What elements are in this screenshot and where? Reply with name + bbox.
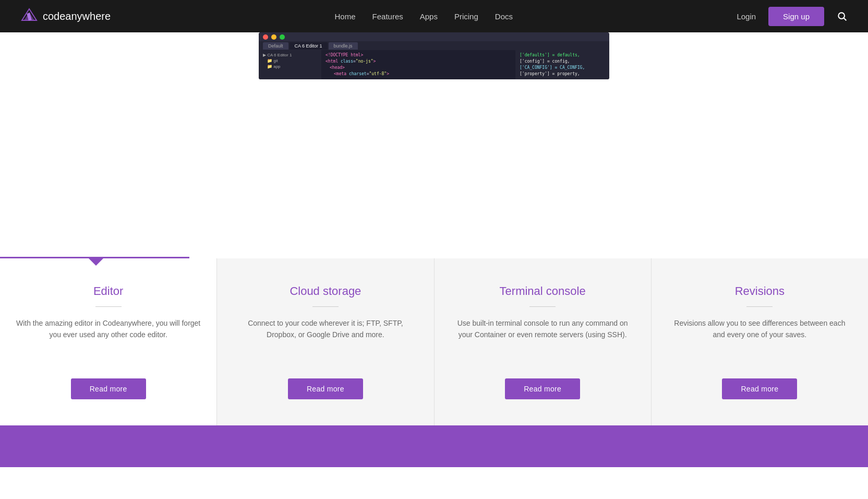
feature-card-cloud: Cloud storage Connect to your code where… — [217, 258, 434, 425]
editor-code-area: <!DOCTYPE html> <html class="no-js"> <he… — [321, 50, 515, 79]
feature-divider-editor — [95, 306, 122, 307]
feature-card-revisions: Revisions Revisions allow you to see dif… — [652, 258, 868, 425]
editor-screenshot-section: Default CA 6 Editor 1 bundle.js ▶ CA 6 E… — [0, 32, 868, 100]
feature-divider-cloud — [312, 306, 339, 307]
feature-desc-editor: With the amazing editor in Codeanywhere,… — [16, 317, 201, 363]
navbar: codeanywhere Home Features Apps Pricing … — [0, 0, 868, 32]
nav-apps[interactable]: Apps — [420, 12, 438, 21]
login-link[interactable]: Login — [737, 12, 756, 21]
feature-title-editor: Editor — [93, 284, 123, 298]
nav-home[interactable]: Home — [335, 12, 356, 21]
feature-title-revisions: Revisions — [735, 284, 785, 298]
editor-diff-area: ['defaults'] = defaults, ['config'] = co… — [515, 50, 609, 79]
tree-item-git: 📁 git — [261, 58, 319, 64]
page-wrapper: Default CA 6 Editor 1 bundle.js ▶ CA 6 E… — [0, 32, 868, 467]
svg-line-4 — [844, 18, 847, 21]
feature-title-cloud: Cloud storage — [290, 284, 361, 298]
read-more-terminal[interactable]: Read more — [505, 378, 580, 399]
minimize-dot — [271, 34, 276, 40]
divider-arrow — [89, 258, 103, 266]
feature-divider-revisions — [746, 306, 773, 307]
feature-title-terminal: Terminal console — [500, 284, 586, 298]
feature-desc-revisions: Revisions allow you to see differences b… — [667, 317, 852, 363]
logo[interactable]: codeanywhere — [21, 8, 111, 25]
nav-docs[interactable]: Docs — [495, 12, 513, 21]
editor-tabs: Default CA 6 Editor 1 bundle.js — [259, 41, 609, 50]
search-icon — [837, 11, 847, 21]
close-dot — [263, 34, 268, 40]
search-button[interactable] — [837, 11, 847, 21]
divider-section — [0, 257, 868, 258]
nav-features[interactable]: Features — [372, 12, 403, 21]
nav-links: Home Features Apps Pricing Docs — [335, 12, 513, 21]
signup-button[interactable]: Sign up — [768, 7, 824, 26]
read-more-revisions[interactable]: Read more — [722, 378, 797, 399]
editor-screenshot: Default CA 6 Editor 1 bundle.js ▶ CA 6 E… — [259, 32, 609, 79]
divider-line — [0, 257, 189, 258]
read-more-cloud[interactable]: Read more — [288, 378, 363, 399]
tree-item-app: 📁 app — [261, 64, 319, 69]
logo-icon — [21, 8, 38, 25]
editor-titlebar — [259, 32, 609, 41]
navbar-right: Login Sign up — [737, 7, 847, 26]
editor-file-tree: ▶ CA 6 Editor 1 📁 git 📁 app — [259, 50, 321, 79]
feature-card-editor: Editor With the amazing editor in Codean… — [0, 258, 217, 425]
features-section: Editor With the amazing editor in Codean… — [0, 258, 868, 425]
feature-desc-terminal: Use built-in terminal console to run any… — [450, 317, 635, 363]
feature-desc-cloud: Connect to your code wherever it is; FTP… — [233, 317, 418, 363]
feature-divider-terminal — [529, 306, 556, 307]
spacer — [0, 100, 868, 257]
svg-point-3 — [838, 13, 845, 19]
editor-tab-default[interactable]: Default — [263, 42, 288, 50]
editor-tab-ca6[interactable]: CA 6 Editor 1 — [290, 42, 328, 50]
tree-item-ca6: ▶ CA 6 Editor 1 — [261, 52, 319, 58]
read-more-editor[interactable]: Read more — [71, 378, 146, 399]
nav-pricing[interactable]: Pricing — [454, 12, 478, 21]
maximize-dot — [280, 34, 285, 40]
editor-body: ▶ CA 6 Editor 1 📁 git 📁 app <!DOCTYPE ht… — [259, 50, 609, 79]
footer-purple-bar — [0, 425, 868, 467]
feature-card-terminal: Terminal console Use built-in terminal c… — [435, 258, 652, 425]
editor-tab-bundle[interactable]: bundle.js — [329, 42, 358, 50]
